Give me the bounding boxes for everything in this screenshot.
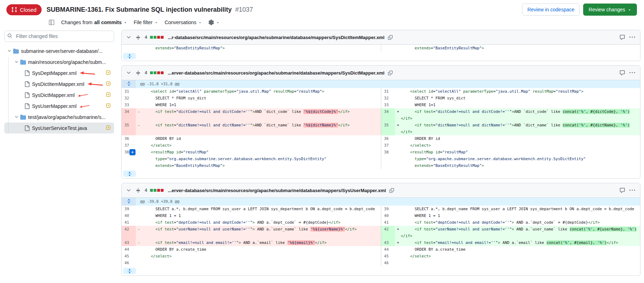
tree-dir-row[interactable]: main/resources/org/apache/subm... <box>4 56 114 67</box>
file-viewed-status-toggle[interactable] <box>106 92 111 98</box>
red-arrow-icon <box>77 93 88 97</box>
file-comments-button[interactable] <box>619 187 626 194</box>
line-number[interactable]: 37 <box>381 142 395 149</box>
line-number[interactable]: 40 <box>122 212 136 219</box>
line-number[interactable]: 34 <box>381 108 395 122</box>
diff-row: 39 SELECT a.*, b.dept_name FROM sys_user… <box>122 206 640 212</box>
expand-diff-button[interactable] <box>123 53 136 59</box>
line-number[interactable] <box>122 45 136 51</box>
line-marker: + <box>397 108 399 115</box>
review-in-codespace-button[interactable]: Review in codespace <box>522 4 580 16</box>
tree-dir-row[interactable]: test/java/org/apache/submarine/s... <box>4 111 114 123</box>
line-number[interactable]: 41 <box>122 219 136 226</box>
line-number[interactable]: 36 <box>381 135 395 142</box>
file-comments-button[interactable] <box>619 69 626 76</box>
review-changes-button[interactable]: Review changes <box>583 4 637 16</box>
line-number[interactable]: 41 <box>381 219 395 226</box>
filter-changed-files-input[interactable] <box>4 31 114 42</box>
all-commits-label: all commits <box>94 20 122 25</box>
line-number[interactable]: 33 <box>381 102 395 108</box>
line-number[interactable]: 32 <box>122 95 136 102</box>
line-number[interactable]: 44 <box>381 246 395 253</box>
conversations-menu[interactable]: Conversations <box>165 19 202 26</box>
tree-file-row[interactable]: SysDictMapper.xml <box>4 89 114 100</box>
collapse-file-button[interactable] <box>125 69 132 76</box>
line-number[interactable]: 34 <box>122 108 136 122</box>
tree-file-row[interactable]: SysDictItemMapper.xml <box>4 78 114 89</box>
collapse-file-button[interactable] <box>125 187 132 194</box>
line-number[interactable]: 33 <box>122 102 136 108</box>
line-number[interactable]: 46 <box>122 260 136 266</box>
file-viewed-status-toggle[interactable] <box>106 70 111 76</box>
tree-item-label: SysDictItemMapper.xml <box>32 81 84 87</box>
move-icon <box>136 71 140 75</box>
line-number[interactable]: 44 <box>122 246 136 253</box>
diff-row: @@ -31,8 +31,8 @@ <box>122 80 640 88</box>
line-number[interactable]: 31 <box>122 88 136 95</box>
diffstat-squares <box>150 189 164 192</box>
expand-diff-button[interactable] <box>123 170 136 177</box>
copy-path-button[interactable] <box>387 70 393 76</box>
expand-diff-button[interactable] <box>123 268 136 274</box>
code-line: <if test="deptCode!=null and deptCode!='… <box>136 219 381 226</box>
collapse-file-button[interactable] <box>125 34 132 41</box>
file-viewed-status-toggle[interactable] <box>106 125 111 131</box>
line-number[interactable]: 31 <box>381 88 395 95</box>
unfold-icon <box>127 172 132 176</box>
line-number[interactable]: 38+ <box>122 149 136 169</box>
file-tree-toggle-button[interactable] <box>48 19 55 26</box>
line-number[interactable]: 39 <box>381 206 395 212</box>
line-number[interactable]: 39 <box>122 206 136 212</box>
line-number[interactable]: 38 <box>381 149 395 169</box>
file-icon <box>24 103 30 109</box>
modified-icon <box>106 70 111 75</box>
drag-handle[interactable] <box>135 70 141 76</box>
line-number[interactable]: 42 <box>381 226 395 239</box>
file-menu-button[interactable] <box>629 69 636 76</box>
tree-item-label: SysUserServiceTest.java <box>32 125 87 131</box>
copy-path-button[interactable] <box>387 34 393 40</box>
drag-handle[interactable] <box>135 34 141 40</box>
file-comments-button[interactable] <box>619 34 626 41</box>
tree-file-row[interactable]: SysUserMapper.xml <box>4 100 114 111</box>
diff-row: extends="BaseEntityResultMap"> extends="… <box>122 45 640 51</box>
line-number[interactable]: 35 <box>381 122 395 135</box>
gear-icon <box>208 20 214 25</box>
diff-settings-menu[interactable] <box>208 19 220 26</box>
changed-word-highlight: '%${email}%' <box>287 240 315 245</box>
file-path: ...erver-database/src/main/resources/org… <box>168 70 384 76</box>
copy-path-button[interactable] <box>389 187 395 194</box>
pr-title-row: Closed SUBMARINE-1361. Fix Submarine SQL… <box>6 4 637 16</box>
line-number[interactable]: 43 <box>381 239 395 246</box>
file-menu-button[interactable] <box>629 187 636 194</box>
line-number[interactable]: 35 <box>122 122 136 135</box>
line-number[interactable]: 45 <box>122 253 136 260</box>
file-menu-button[interactable] <box>629 34 636 41</box>
changed-word-highlight: concat('%', #{email}, '%') <box>547 240 607 245</box>
file-viewed-status-toggle[interactable] <box>106 81 111 87</box>
line-number[interactable]: 40 <box>381 212 395 219</box>
red-arrow-icon <box>87 81 103 87</box>
file-viewed-status-toggle[interactable] <box>106 103 111 109</box>
file-filter-menu[interactable]: File filter <box>134 19 158 26</box>
add-line-comment-button[interactable]: + <box>129 149 135 155</box>
diff-row: 45 </select>45 </select> <box>122 253 640 260</box>
line-number[interactable] <box>381 45 395 51</box>
expand-hunk-button[interactable] <box>122 198 136 206</box>
line-number[interactable]: 45 <box>381 253 395 260</box>
line-number[interactable]: 37 <box>122 142 136 149</box>
line-number[interactable]: 36 <box>122 135 136 142</box>
line-number[interactable]: 46 <box>381 260 395 266</box>
comment-icon <box>619 70 625 76</box>
drag-handle[interactable] <box>135 187 141 194</box>
header-actions: Review in codespace Review changes <box>522 4 637 16</box>
line-number[interactable]: 32 <box>381 95 395 102</box>
tree-file-row[interactable]: SysDeptMapper.xml <box>4 67 114 78</box>
expand-hunk-button[interactable] <box>122 80 136 88</box>
changes-from-menu[interactable]: Changes from all commits <box>61 19 127 26</box>
line-number[interactable]: 42 <box>122 226 136 239</box>
caret-down-icon <box>154 21 158 25</box>
line-number[interactable]: 43 <box>122 239 136 246</box>
tree-dir-row[interactable]: submarine-server/server-database/... <box>4 45 114 56</box>
tree-file-row[interactable]: SysUserServiceTest.java <box>4 123 114 134</box>
